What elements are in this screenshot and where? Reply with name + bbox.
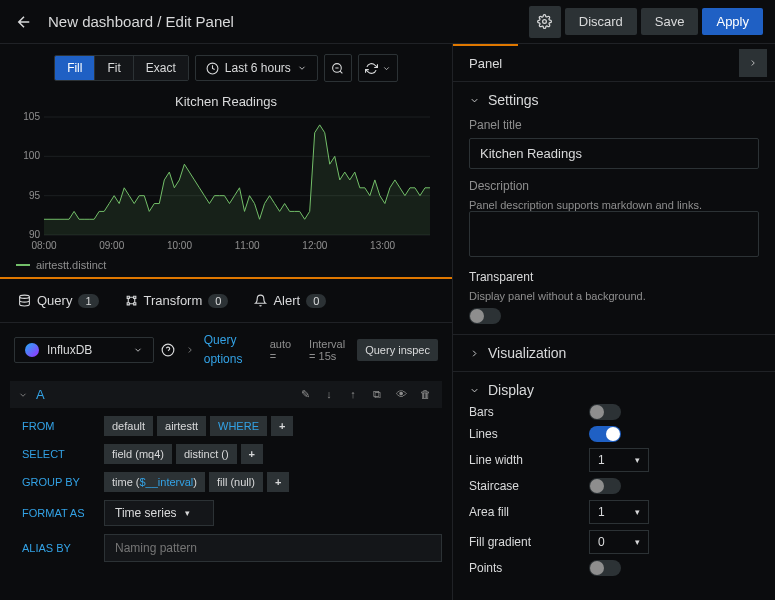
add-where-button[interactable]: + <box>271 416 293 436</box>
visualization-section-header[interactable]: Visualization <box>469 345 759 361</box>
panel-title-input[interactable] <box>469 138 759 169</box>
points-toggle[interactable] <box>589 560 621 576</box>
discard-button[interactable]: Discard <box>565 8 637 35</box>
move-up-icon[interactable]: ↑ <box>344 388 362 401</box>
view-mode-group: Fill Fit Exact <box>54 55 189 81</box>
groupby-time[interactable]: time ($__interval) <box>104 472 205 492</box>
datasource-select[interactable]: InfluxDB <box>14 337 154 363</box>
chevron-down-icon <box>133 345 143 355</box>
chart-plot: 909510010508:0009:0010:0011:0012:0013:00 <box>12 113 440 253</box>
staircase-toggle[interactable] <box>589 478 621 494</box>
svg-text:90: 90 <box>29 229 41 240</box>
svg-point-0 <box>543 20 547 24</box>
help-button[interactable] <box>160 339 176 361</box>
breadcrumb: New dashboard / Edit Panel <box>48 13 517 30</box>
chevron-down-icon <box>469 385 480 396</box>
lines-toggle[interactable] <box>589 426 621 442</box>
collapse-sidebar-button[interactable] <box>739 49 767 77</box>
chevron-down-icon <box>469 95 480 106</box>
alias-input[interactable] <box>104 534 442 562</box>
visibility-icon[interactable]: 👁 <box>392 388 410 401</box>
influxdb-icon <box>25 343 39 357</box>
fill-button[interactable]: Fill <box>55 56 95 80</box>
query-options-link[interactable]: Query options <box>204 331 258 369</box>
description-input[interactable] <box>469 211 759 257</box>
svg-text:11:00: 11:00 <box>235 240 260 251</box>
query-inspector-button[interactable]: Query inspec <box>357 339 438 361</box>
svg-text:08:00: 08:00 <box>31 240 56 251</box>
svg-point-17 <box>20 295 30 298</box>
chart-title: Kitchen Readings <box>12 94 440 109</box>
transparent-toggle[interactable] <box>469 308 501 324</box>
chevron-down-icon <box>382 64 391 73</box>
transform-icon <box>125 294 138 307</box>
from-default[interactable]: default <box>104 416 153 436</box>
svg-text:09:00: 09:00 <box>99 240 124 251</box>
zoom-out-button[interactable] <box>324 54 352 82</box>
svg-text:105: 105 <box>23 111 40 122</box>
apply-button[interactable]: Apply <box>702 8 763 35</box>
format-select[interactable]: Time series ▾ <box>104 500 214 526</box>
add-groupby-button[interactable]: + <box>267 472 289 492</box>
time-range-label: Last 6 hours <box>225 61 291 75</box>
save-button[interactable]: Save <box>641 8 699 35</box>
trash-icon[interactable]: 🗑 <box>416 388 434 401</box>
chevron-down-icon <box>297 63 307 73</box>
legend-label: airtestt.distinct <box>36 259 106 271</box>
from-table[interactable]: airtestt <box>157 416 206 436</box>
tab-transform[interactable]: Transform 0 <box>121 287 233 314</box>
chart-legend: airtestt.distinct <box>16 259 436 271</box>
exact-button[interactable]: Exact <box>134 56 188 80</box>
bell-icon <box>254 294 267 307</box>
fit-button[interactable]: Fit <box>95 56 133 80</box>
svg-text:12:00: 12:00 <box>302 240 327 251</box>
chevron-right-icon <box>469 348 480 359</box>
edit-icon[interactable]: ✎ <box>296 388 314 401</box>
bars-toggle[interactable] <box>589 404 621 420</box>
panel-tab[interactable]: Panel <box>453 44 518 81</box>
time-range-picker[interactable]: Last 6 hours <box>195 55 318 81</box>
svg-text:10:00: 10:00 <box>167 240 192 251</box>
query-letter: A <box>36 387 45 402</box>
move-down-icon[interactable]: ↓ <box>320 388 338 401</box>
database-icon <box>18 294 31 307</box>
fill-gradient-select[interactable]: 0▾ <box>589 530 649 554</box>
settings-section-header[interactable]: Settings <box>469 92 759 108</box>
back-button[interactable] <box>12 10 36 34</box>
line-width-select[interactable]: 1▾ <box>589 448 649 472</box>
tab-query[interactable]: Query 1 <box>14 287 103 314</box>
add-select-button[interactable]: + <box>241 444 263 464</box>
groupby-fill[interactable]: fill (null) <box>209 472 263 492</box>
refresh-button[interactable] <box>358 54 398 82</box>
svg-text:13:00: 13:00 <box>370 240 395 251</box>
area-fill-select[interactable]: 1▾ <box>589 500 649 524</box>
expand-button[interactable] <box>182 339 198 361</box>
svg-text:100: 100 <box>23 150 40 161</box>
settings-button[interactable] <box>529 6 561 38</box>
where-keyword[interactable]: WHERE <box>210 416 267 436</box>
legend-swatch <box>16 264 30 266</box>
display-section-header[interactable]: Display <box>469 382 759 398</box>
svg-text:95: 95 <box>29 190 41 201</box>
duplicate-icon[interactable]: ⧉ <box>368 388 386 401</box>
select-field[interactable]: field (mq4) <box>104 444 172 464</box>
tab-alert[interactable]: Alert 0 <box>250 287 330 314</box>
chevron-down-icon[interactable] <box>18 390 28 400</box>
select-agg[interactable]: distinct () <box>176 444 237 464</box>
